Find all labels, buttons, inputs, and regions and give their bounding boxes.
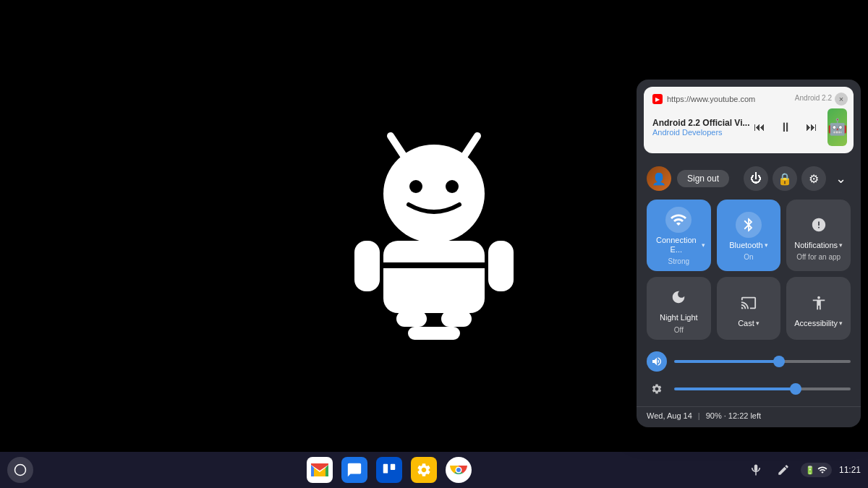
svg-rect-9 (396, 311, 427, 327)
svg-point-3 (409, 180, 422, 193)
svg-rect-5 (383, 241, 485, 313)
stylus-button[interactable] (773, 460, 793, 480)
network-indicator[interactable]: 🔋 (801, 463, 832, 477)
brightness-slider-row (647, 379, 851, 399)
status-date: Wed, Aug 14 (647, 411, 692, 420)
notifications-icon (806, 212, 832, 238)
battery-level-icon: 🔋 (805, 466, 815, 475)
connection-label-row: Connection E... ▾ (652, 236, 705, 254)
night-light-label: Night Light (660, 313, 698, 322)
svg-point-18 (456, 468, 461, 472)
quick-actions-row: 👤 Sign out ⏻ 🔒 ⚙ ⌄ (637, 160, 861, 197)
bluetooth-label-row: Bluetooth ▾ (729, 241, 767, 250)
media-pause-button[interactable]: ⏸ (774, 116, 797, 139)
notifications-sublabel: Off for an app (796, 253, 841, 261)
chat-app-icon[interactable] (341, 457, 367, 483)
media-title-section: Android 2.2 Official Vi... Android Devel… (652, 118, 749, 137)
brightness-icon (647, 379, 667, 399)
system-panel: ▶ https://www.youtube.com × Android 2.2 … (637, 80, 861, 427)
accessibility-tile[interactable]: Accessibility ▾ (786, 277, 851, 339)
trello-app-icon[interactable] (376, 457, 402, 483)
cast-label-row: Cast ▾ (738, 319, 760, 328)
svg-rect-6 (383, 262, 485, 268)
cast-label: Cast (738, 319, 754, 328)
cast-arrow-icon: ▾ (756, 320, 760, 327)
clock: 11:21 (839, 465, 861, 475)
brightness-slider[interactable] (674, 388, 851, 390)
volume-icon (647, 351, 667, 372)
media-rewind-button[interactable]: ⏮ (749, 117, 770, 137)
status-battery: 90% · 12:22 left (706, 411, 761, 420)
media-close-button[interactable]: × (835, 93, 848, 106)
expand-button[interactable]: ⌄ (830, 168, 851, 189)
media-info-row: Android 2.2 Official Vi... Android Devel… (652, 108, 845, 146)
night-light-sublabel: Off (674, 326, 684, 334)
taskbar: 🔋 11:21 (0, 452, 868, 488)
bluetooth-label: Bluetooth (729, 241, 762, 250)
settings-button[interactable]: ⚙ (801, 166, 826, 191)
media-forward-button[interactable]: ⏭ (801, 117, 822, 137)
bluetooth-arrow-icon: ▾ (765, 241, 768, 249)
action-icons: ⏻ 🔒 ⚙ ⌄ (744, 166, 851, 191)
taskbar-right-icons: 🔋 11:21 (746, 460, 861, 480)
mic-button[interactable] (746, 460, 766, 480)
media-title: Android 2.2 Official Vi... (652, 118, 749, 128)
user-avatar[interactable]: 👤 (647, 166, 671, 191)
accessibility-icon (806, 290, 832, 316)
bluetooth-tile[interactable]: Bluetooth ▾ On (717, 200, 781, 271)
media-card: ▶ https://www.youtube.com × Android 2.2 … (644, 87, 854, 153)
volume-slider-row (647, 351, 851, 372)
media-label: Android 2.2 (795, 94, 832, 102)
cog-settings-app-icon[interactable] (411, 457, 437, 483)
android-mascot (333, 114, 535, 346)
notifications-label: Notifications (794, 241, 838, 250)
svg-rect-8 (488, 241, 514, 291)
media-thumbnail: 🤖 (827, 108, 847, 146)
notifications-label-row: Notifications ▾ (794, 241, 843, 250)
status-bar-bottom: Wed, Aug 14 | 90% · 12:22 left (637, 406, 861, 427)
svg-rect-14 (391, 464, 395, 470)
volume-slider[interactable] (674, 360, 851, 363)
accessibility-arrow-icon: ▾ (839, 320, 843, 327)
accessibility-label-row: Accessibility ▾ (794, 319, 843, 328)
connection-sublabel: Strong (668, 257, 689, 265)
media-url: https://www.youtube.com (667, 95, 755, 103)
cast-tile[interactable]: Cast ▾ (717, 277, 781, 339)
svg-point-4 (446, 180, 459, 193)
status-divider: | (698, 411, 700, 420)
media-channel: Android Developers (652, 128, 749, 137)
connection-arrow-icon: ▾ (702, 241, 705, 249)
night-light-icon (665, 284, 692, 310)
tiles-grid: Connection E... ▾ Strong Bluetooth ▾ On (637, 197, 861, 348)
notifications-tile[interactable]: Notifications ▾ Off for an app (786, 200, 851, 271)
cast-icon (736, 290, 762, 316)
gmail-app-icon[interactable] (307, 457, 333, 483)
launcher-button[interactable] (7, 457, 33, 483)
bluetooth-sublabel: On (744, 253, 753, 261)
connection-tile[interactable]: Connection E... ▾ Strong (647, 200, 711, 271)
notifications-arrow-icon: ▾ (839, 241, 843, 249)
lock-button[interactable]: 🔒 (773, 166, 797, 191)
taskbar-center (33, 457, 746, 483)
connection-label: Connection E... (652, 236, 700, 254)
svg-point-2 (383, 145, 485, 243)
sliders-section (637, 348, 861, 406)
svg-rect-13 (383, 464, 388, 474)
svg-rect-11 (408, 327, 460, 340)
wifi-status-icon (817, 465, 827, 475)
wifi-icon (665, 207, 692, 233)
night-light-tile[interactable]: Night Light Off (647, 277, 711, 339)
svg-rect-10 (441, 311, 472, 327)
chrome-app-icon[interactable] (446, 457, 472, 483)
bluetooth-icon (736, 212, 762, 238)
accessibility-label: Accessibility (794, 319, 838, 328)
taskbar-left (7, 457, 33, 483)
taskbar-right: 🔋 11:21 (746, 460, 861, 480)
youtube-favicon-icon: ▶ (652, 94, 663, 104)
media-controls: ⏮ ⏸ ⏭ (749, 116, 822, 139)
power-button[interactable]: ⏻ (744, 166, 768, 191)
sign-out-button[interactable]: Sign out (677, 170, 729, 187)
svg-rect-7 (354, 241, 380, 291)
svg-point-12 (15, 465, 26, 476)
